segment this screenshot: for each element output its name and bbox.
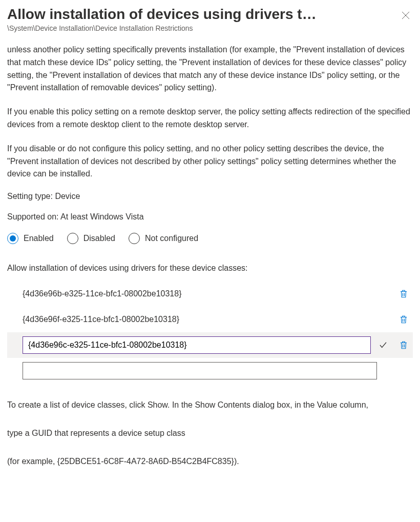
radio-icon — [67, 233, 78, 244]
trash-icon — [399, 315, 408, 324]
radio-label: Disabled — [83, 234, 115, 243]
supported-on: Supported on: At least Windows Vista — [7, 212, 413, 222]
setting-type: Setting type: Device — [7, 192, 413, 201]
trash-icon — [399, 289, 408, 298]
radio-disabled[interactable]: Disabled — [67, 233, 115, 244]
device-class-input[interactable] — [23, 336, 371, 354]
device-classes-label: Allow installation of devices using driv… — [7, 264, 413, 273]
radio-icon — [129, 233, 140, 244]
delete-button[interactable] — [395, 337, 412, 353]
breadcrumb: \System\Device Installation\Device Insta… — [7, 24, 413, 32]
check-icon — [379, 340, 388, 350]
confirm-button[interactable] — [375, 337, 391, 353]
radio-icon — [7, 233, 18, 244]
radio-label: Not configured — [145, 234, 198, 243]
radio-enabled[interactable]: Enabled — [7, 233, 54, 244]
delete-button[interactable] — [395, 286, 412, 302]
device-class-input-new[interactable] — [23, 362, 377, 379]
page-title: Allow installation of devices using driv… — [7, 5, 317, 23]
description-para-2: If you enable this policy setting on a r… — [7, 106, 413, 131]
device-classes-list: {4d36e96b-e325-11ce-bfc1-08002be10318} {… — [7, 281, 413, 384]
instructions-p1: To create a list of device classes, clic… — [7, 399, 413, 412]
description-para-3: If you disable or do not configure this … — [7, 143, 413, 180]
device-class-value: {4d36e96b-e325-11ce-bfc1-08002be10318} — [23, 289, 391, 298]
delete-button[interactable] — [395, 311, 412, 328]
trash-icon — [399, 340, 408, 350]
description-para-1: unless another policy setting specifical… — [7, 44, 413, 94]
device-class-row-editing — [7, 332, 413, 358]
device-class-value: {4d36e96f-e325-11ce-bfc1-08002be10318} — [23, 315, 391, 324]
close-button[interactable] — [398, 8, 413, 23]
radio-label: Enabled — [24, 234, 54, 243]
instructions-p2: type a GUID that represents a device set… — [7, 427, 413, 440]
close-icon — [402, 11, 410, 19]
instructions-p3: (for example, {25DBCE51-6C8F-4A72-8A6D-B… — [7, 455, 413, 468]
device-class-row-new — [7, 358, 413, 384]
radio-not-configured[interactable]: Not configured — [129, 233, 198, 244]
device-class-row: {4d36e96b-e325-11ce-bfc1-08002be10318} — [7, 281, 413, 307]
header-row: Allow installation of devices using driv… — [7, 5, 413, 23]
policy-panel: Allow installation of devices using driv… — [0, 0, 420, 484]
device-class-row: {4d36e96f-e325-11ce-bfc1-08002be10318} — [7, 307, 413, 332]
state-radio-group: Enabled Disabled Not configured — [7, 233, 413, 244]
